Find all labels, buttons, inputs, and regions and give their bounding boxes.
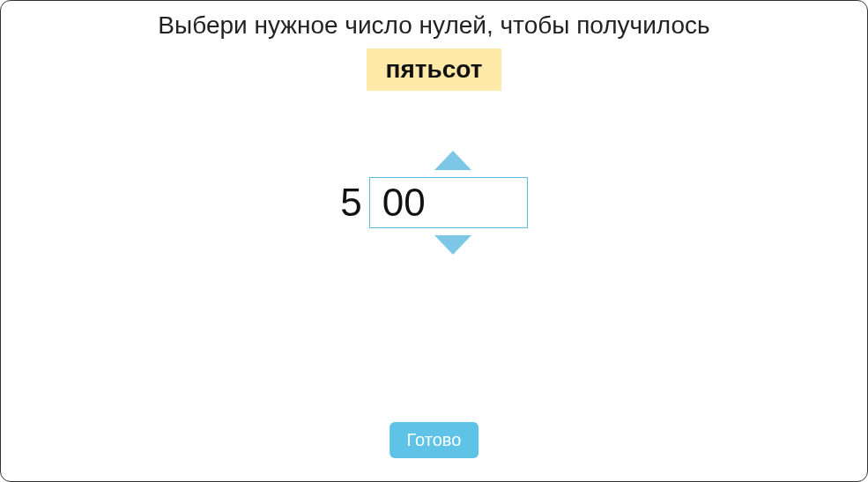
number-row: 5 00 bbox=[340, 177, 527, 228]
instruction-text: Выбери нужное число нулей, чтобы получил… bbox=[158, 11, 709, 40]
svg-marker-0 bbox=[434, 151, 471, 170]
zeros-input[interactable]: 00 bbox=[369, 177, 528, 228]
svg-marker-1 bbox=[434, 235, 471, 255]
arrow-up-icon[interactable] bbox=[433, 144, 473, 177]
number-stepper: 5 00 bbox=[340, 144, 527, 262]
exercise-card: Выбери нужное число нулей, чтобы получил… bbox=[0, 0, 868, 482]
fixed-digit: 5 bbox=[340, 181, 361, 225]
arrow-down-icon[interactable] bbox=[433, 228, 473, 262]
submit-button[interactable]: Готово bbox=[389, 422, 479, 458]
target-word-highlight: пятьсот bbox=[367, 48, 502, 91]
